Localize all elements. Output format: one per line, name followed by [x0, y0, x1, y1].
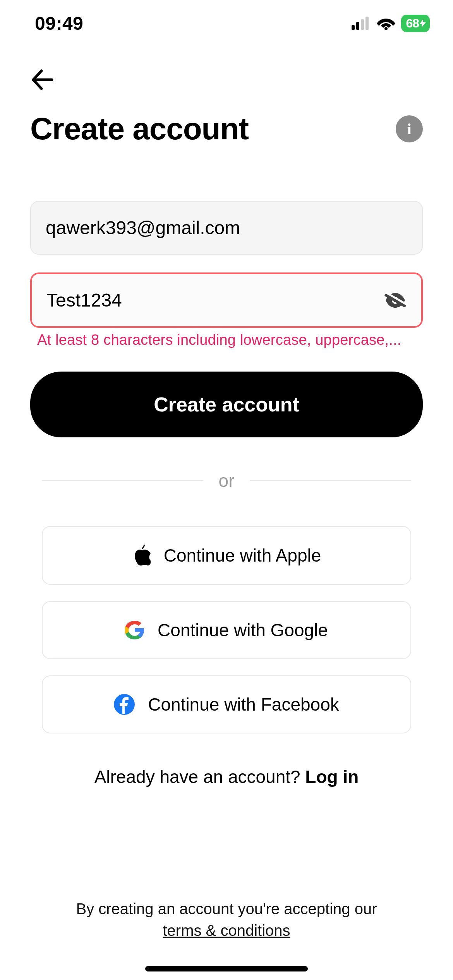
svg-point-4	[384, 27, 388, 30]
svg-rect-0	[352, 25, 355, 30]
continue-google-button[interactable]: Continue with Google	[42, 601, 411, 659]
cellular-icon	[352, 17, 371, 30]
password-value: Test1234	[46, 290, 384, 311]
login-prompt-text: Already have an account?	[94, 767, 305, 787]
terms-text: By creating an account you're accepting …	[0, 898, 453, 920]
back-icon[interactable]	[30, 68, 423, 92]
terms-link[interactable]: terms & conditions	[0, 920, 453, 941]
login-link[interactable]: Log in	[305, 767, 359, 787]
google-icon	[125, 620, 144, 640]
create-account-button[interactable]: Create account	[30, 372, 423, 437]
login-prompt: Already have an account? Log in	[30, 766, 423, 787]
terms-block: By creating an account you're accepting …	[0, 898, 453, 941]
eye-off-icon[interactable]	[384, 291, 407, 310]
password-field[interactable]: Test1234	[30, 272, 423, 328]
svg-rect-3	[365, 17, 369, 30]
apple-icon	[132, 545, 151, 566]
status-time: 09:49	[35, 13, 83, 34]
password-error-text: At least 8 characters including lowercas…	[30, 332, 423, 348]
google-label: Continue with Google	[158, 620, 328, 641]
facebook-label: Continue with Facebook	[148, 694, 339, 715]
continue-apple-button[interactable]: Continue with Apple	[42, 526, 411, 585]
svg-rect-2	[361, 19, 364, 30]
page-title: Create account	[30, 111, 249, 147]
home-indicator[interactable]	[145, 966, 308, 971]
create-account-label: Create account	[154, 393, 299, 416]
email-field[interactable]: qawerk393@gmail.com	[30, 201, 423, 255]
facebook-icon	[114, 694, 135, 715]
divider: or	[42, 470, 411, 491]
divider-line-left	[42, 480, 203, 481]
divider-line-right	[250, 480, 411, 481]
battery-percent: 68	[406, 16, 419, 31]
apple-label: Continue with Apple	[164, 545, 321, 566]
wifi-icon	[376, 16, 396, 30]
battery-indicator: 68	[401, 15, 430, 32]
info-icon[interactable]: i	[396, 115, 423, 142]
email-value: qawerk393@gmail.com	[46, 217, 407, 238]
svg-rect-1	[356, 22, 359, 30]
status-bar: 09:49 68	[0, 0, 453, 46]
continue-facebook-button[interactable]: Continue with Facebook	[42, 675, 411, 733]
divider-text: or	[219, 470, 235, 491]
